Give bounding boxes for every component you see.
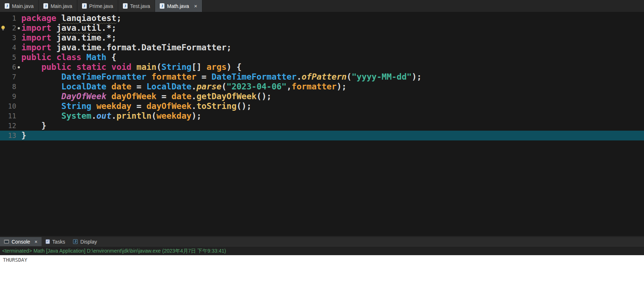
code-token: public (21, 52, 51, 62)
gutter: 10 (0, 101, 21, 111)
code-token: formatter (151, 72, 197, 81)
code-line-7[interactable]: 7 DateTimeFormatter formatter = DateTime… (0, 72, 644, 82)
gutter: 8 (0, 82, 21, 92)
gutter: 11 (0, 111, 21, 121)
code-token: Math (86, 52, 106, 62)
code-token: LocalDate (61, 82, 107, 91)
console-tab-console[interactable]: Console× (0, 237, 42, 246)
code-token: args (206, 62, 226, 72)
editor-tab-math-java-4[interactable]: JMath.java× (155, 0, 202, 12)
console-output-text: THURSDAY (3, 257, 27, 263)
code-token: (); (236, 101, 252, 111)
code-text: import java.time.*; (21, 33, 644, 43)
code-token: ); (412, 72, 422, 81)
code-token: package (21, 13, 56, 23)
code-token (56, 13, 61, 23)
code-token (51, 23, 56, 33)
editor-tab-main-java-0[interactable]: JMain.java (0, 0, 39, 12)
code-line-2[interactable]: 2import java.util.*; (0, 23, 644, 33)
eclipse-ide-window: JMain.javaJMain.javaJPrime.javaJTest.jav… (0, 0, 644, 291)
code-token (21, 111, 61, 121)
code-token (21, 92, 61, 101)
gutter: 7 (0, 72, 21, 82)
line-number: 11 (8, 111, 16, 121)
code-line-12[interactable]: 12 } (0, 121, 644, 131)
code-line-10[interactable]: 10 String weekday = dayOfWeek.toString()… (0, 101, 644, 111)
code-line-3[interactable]: 3import java.time.*; (0, 33, 644, 43)
code-line-4[interactable]: 4import java.time.format.DateTimeFormatt… (0, 43, 644, 52)
code-line-5[interactable]: 5public class Math { (0, 52, 644, 62)
code-token (21, 82, 61, 91)
code-text: package lanqiaotest; (21, 13, 644, 23)
code-text: import java.time.format.DateTimeFormatte… (21, 43, 644, 52)
code-token: import (21, 43, 51, 52)
line-number: 4 (12, 43, 16, 52)
gutter: 2 (0, 23, 21, 33)
code-line-1[interactable]: 1package lanqiaotest; (0, 13, 644, 23)
code-token: ( (347, 72, 352, 81)
code-token: [] (192, 62, 207, 72)
warning-bulb-icon[interactable] (1, 25, 5, 31)
editor-tab-test-java-3[interactable]: JTest.java (118, 0, 155, 12)
close-console-icon[interactable]: × (34, 239, 37, 245)
line-number: 13 (8, 131, 16, 140)
code-token: java.time.*; (51, 33, 116, 42)
close-tab-icon[interactable]: × (194, 3, 197, 9)
editor-tab-label: Math.java (167, 3, 189, 9)
code-token: ; (116, 13, 121, 23)
code-editor[interactable]: 1package lanqiaotest;2import java.util.*… (0, 12, 644, 236)
editor-tab-prime-java-2[interactable]: JPrime.java (77, 0, 118, 12)
code-token (106, 62, 111, 72)
line-number: 3 (12, 33, 16, 43)
editor-tab-label: Prime.java (89, 3, 113, 9)
code-line-11[interactable]: 11 System.out.println(weekday); (0, 111, 644, 121)
line-number: 1 (12, 13, 16, 23)
code-line-9[interactable]: 9 DayOfWeek dayOfWeek = date.getDayOfWee… (0, 92, 644, 101)
code-token: "yyyy-MM-dd" (352, 72, 412, 81)
console-output[interactable]: THURSDAY (0, 255, 644, 291)
code-text: DayOfWeek dayOfWeek = date.getDayOfWeek(… (21, 92, 644, 101)
console-tab-display[interactable]: Display (69, 237, 101, 246)
gutter: 1 (0, 13, 21, 23)
code-token: . (91, 111, 96, 121)
console-tab-tasks[interactable]: Tasks (42, 237, 69, 246)
line-number: 12 (8, 121, 16, 131)
gutter: 13 (0, 131, 21, 140)
code-text: System.out.println(weekday); (21, 111, 644, 121)
gutter: 12 (0, 121, 21, 131)
code-token: . (192, 82, 197, 91)
code-token: toString (197, 101, 237, 111)
code-token: DateTimeFormatter (211, 72, 296, 81)
code-token: = (156, 92, 172, 101)
code-token: static (76, 62, 106, 72)
console-tabbar: Console×TasksDisplay (0, 236, 644, 246)
code-line-13[interactable]: 13} (0, 131, 644, 140)
code-token: { (106, 52, 116, 62)
code-token (81, 52, 86, 62)
code-line-8[interactable]: 8 LocalDate date = LocalDate.parse("2023… (0, 82, 644, 92)
code-token: . (192, 92, 197, 101)
code-token: System (61, 111, 91, 121)
code-token: ( (156, 62, 162, 72)
code-token: dayOfWeek (111, 92, 156, 101)
editor-tab-main-java-1[interactable]: JMain.java (39, 0, 77, 12)
code-text: LocalDate date = LocalDate.parse("2023-0… (21, 82, 644, 92)
code-token: ) { (227, 62, 242, 72)
code-token: import (21, 23, 51, 33)
code-token: } (21, 131, 26, 140)
line-number: 5 (12, 52, 16, 62)
code-token: ofPattern (301, 72, 347, 81)
code-token: println (116, 111, 151, 121)
code-text: public class Math { (21, 52, 644, 62)
gutter: 3 (0, 33, 21, 43)
code-token: String (61, 101, 91, 111)
display-icon (73, 239, 78, 244)
code-token: DateTimeFormatter (61, 72, 146, 81)
code-token: ); (192, 111, 202, 121)
code-token (51, 52, 56, 62)
code-token (132, 62, 137, 72)
line-marker-dot (18, 27, 20, 29)
code-token (71, 62, 76, 72)
code-line-6[interactable]: 6 public static void main(String[] args)… (0, 62, 644, 72)
code-token: . (297, 72, 302, 81)
